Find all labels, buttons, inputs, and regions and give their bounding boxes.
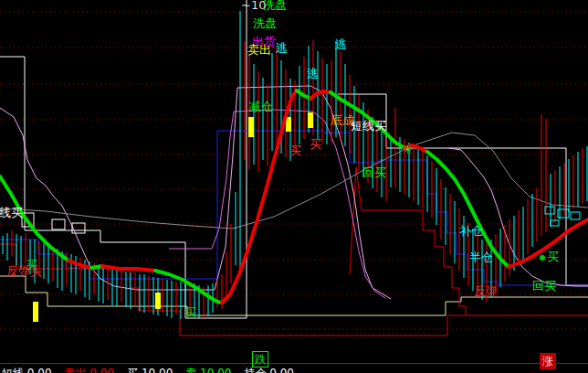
- main-ma-segment: [102, 266, 155, 271]
- signal-label: 回买: [362, 166, 386, 179]
- statusbar-value: 买 10.00: [127, 367, 173, 373]
- signal-label: 洗盘: [263, 0, 287, 12]
- main-ma-segment: [155, 271, 222, 303]
- candle-body-cyan: [571, 212, 580, 219]
- signal-label: 逃: [335, 38, 347, 51]
- candlestick-chart: [0, 0, 588, 373]
- statusbar-value: 卖出 0.00: [65, 367, 115, 373]
- candle-body-yellow: [33, 302, 38, 322]
- signal-label: 短线买: [351, 120, 386, 133]
- fall-label: 跌: [252, 351, 268, 368]
- signal-label: 买: [547, 250, 559, 263]
- signal-label: 半仓: [469, 251, 493, 264]
- signal-label: 卖出: [247, 44, 271, 57]
- statusbar-divider: [0, 363, 588, 364]
- signal-label: 回买: [532, 280, 556, 293]
- signal-label: 买: [184, 306, 196, 319]
- main-ma-segment: [222, 91, 297, 303]
- signal-label: ✳: [403, 144, 413, 156]
- signal-label: 补仓: [459, 225, 483, 238]
- cream-band: [0, 276, 588, 315]
- signal-label: 买: [310, 138, 321, 151]
- buy-dot-marker: [540, 255, 545, 261]
- statusbar-value: 持仓 0.00: [244, 367, 294, 373]
- signal-label: 逃: [307, 68, 319, 80]
- candle-body-yellow: [248, 117, 254, 137]
- signal-label: 洗盘: [253, 17, 277, 30]
- signal-label: 短线买: [0, 207, 23, 219]
- signal-label: 买: [289, 144, 301, 157]
- signal-label: 反弹: [474, 285, 498, 298]
- signal-label: 逃: [276, 42, 288, 55]
- candle-body-yellow: [155, 293, 161, 309]
- candle-body-white: [52, 219, 65, 229]
- signal-label: 买: [26, 259, 37, 272]
- stock-chart-panel: ~10洗盘洗盘出货卖出逃逃逃减仓底成短线买买买✳回买短线买反弹头买补仓半仓反弹回…: [0, 0, 588, 373]
- statusbar-value: 卖 10.00: [185, 367, 231, 373]
- signal-label: 减仓: [249, 101, 273, 113]
- candle-body-yellow: [308, 112, 313, 128]
- statusbar-value: 短线 0.00: [2, 367, 52, 373]
- rise-label: 涨: [540, 353, 556, 369]
